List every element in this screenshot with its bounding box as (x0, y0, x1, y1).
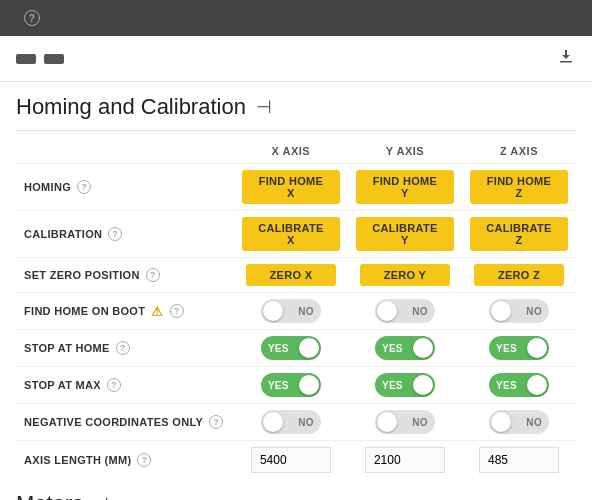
section-title-homing-calibration: Homing and Calibration ⊣ (16, 82, 576, 131)
help-icon[interactable]: ? (146, 268, 160, 282)
toggle-stop-at-home-y-axis[interactable]: YES (375, 336, 435, 360)
toggle-negative-coordinates-only-z-axis[interactable]: NO (489, 410, 549, 434)
section-label: Motors (16, 491, 83, 500)
table-row: FIND HOME ON BOOT⚠?NONONO (16, 293, 576, 330)
section-table-homing-calibration: X AXISY AXISZ AXISHOMING?FIND HOME XFIND… (16, 135, 576, 479)
toolbar (0, 36, 592, 82)
header: ? (0, 0, 592, 36)
input-axis-length-(mm)-z-axis[interactable] (479, 447, 559, 473)
table-row: CALIBRATION?CALIBRATE XCALIBRATE YCALIBR… (16, 211, 576, 258)
action-button-set-zero-position-x-axis[interactable]: ZERO X (246, 264, 336, 286)
header-help-icon[interactable]: ? (24, 10, 40, 26)
row-label-text: CALIBRATION (24, 228, 102, 240)
download-icon[interactable] (556, 46, 576, 71)
collapse-all-button[interactable] (44, 54, 64, 64)
toggle-find-home-on-boot-x-axis[interactable]: NO (261, 299, 321, 323)
section-collapse-icon[interactable]: ⊣ (93, 493, 109, 500)
toggle-stop-at-max-x-axis[interactable]: YES (261, 373, 321, 397)
help-icon[interactable]: ? (107, 378, 121, 392)
help-icon[interactable]: ? (108, 227, 122, 241)
section-label: Homing and Calibration (16, 94, 246, 120)
help-icon[interactable]: ? (137, 453, 151, 467)
row-label-text: FIND HOME ON BOOT (24, 305, 145, 317)
toggle-stop-at-home-z-axis[interactable]: YES (489, 336, 549, 360)
col-header-y-axis: Y AXIS (348, 135, 462, 164)
toggle-find-home-on-boot-y-axis[interactable]: NO (375, 299, 435, 323)
expand-all-button[interactable] (16, 54, 36, 64)
row-label-text: STOP AT HOME (24, 342, 110, 354)
action-button-calibration-z-axis[interactable]: CALIBRATE Z (470, 217, 568, 251)
col-header-z-axis: Z AXIS (462, 135, 576, 164)
action-button-calibration-x-axis[interactable]: CALIBRATE X (242, 217, 340, 251)
row-label-text: HOMING (24, 181, 71, 193)
input-axis-length-(mm)-x-axis[interactable] (251, 447, 331, 473)
action-button-homing-z-axis[interactable]: FIND HOME Z (470, 170, 568, 204)
section-collapse-icon[interactable]: ⊣ (256, 96, 272, 118)
content: Homing and Calibration ⊣ X AXISY AXISZ A… (0, 82, 592, 500)
help-icon[interactable]: ? (170, 304, 184, 318)
section-title-motors: Motors ⊣ (16, 479, 576, 500)
toggle-stop-at-home-x-axis[interactable]: YES (261, 336, 321, 360)
help-icon[interactable]: ? (116, 341, 130, 355)
action-button-set-zero-position-y-axis[interactable]: ZERO Y (360, 264, 450, 286)
toggle-stop-at-max-y-axis[interactable]: YES (375, 373, 435, 397)
toggle-negative-coordinates-only-y-axis[interactable]: NO (375, 410, 435, 434)
row-label-text: AXIS LENGTH (MM) (24, 454, 131, 466)
row-label-text: SET ZERO POSITION (24, 269, 140, 281)
row-label-text: STOP AT MAX (24, 379, 101, 391)
row-label-text: NEGATIVE COORDINATES ONLY (24, 416, 203, 428)
warning-icon: ⚠ (151, 304, 163, 319)
action-button-calibration-y-axis[interactable]: CALIBRATE Y (356, 217, 454, 251)
table-row: SET ZERO POSITION?ZERO XZERO YZERO Z (16, 258, 576, 293)
col-header-x-axis: X AXIS (234, 135, 348, 164)
help-icon[interactable]: ? (209, 415, 223, 429)
table-row: AXIS LENGTH (MM)? (16, 441, 576, 480)
table-row: NEGATIVE COORDINATES ONLY?NONONO (16, 404, 576, 441)
input-axis-length-(mm)-y-axis[interactable] (365, 447, 445, 473)
help-icon[interactable]: ? (77, 180, 91, 194)
toggle-negative-coordinates-only-x-axis[interactable]: NO (261, 410, 321, 434)
toggle-stop-at-max-z-axis[interactable]: YES (489, 373, 549, 397)
table-row: STOP AT HOME?YESYESYES (16, 330, 576, 367)
action-button-homing-x-axis[interactable]: FIND HOME X (242, 170, 340, 204)
action-button-homing-y-axis[interactable]: FIND HOME Y (356, 170, 454, 204)
table-row: HOMING?FIND HOME XFIND HOME YFIND HOME Z (16, 164, 576, 211)
toggle-find-home-on-boot-z-axis[interactable]: NO (489, 299, 549, 323)
table-row: STOP AT MAX?YESYESYES (16, 367, 576, 404)
action-button-set-zero-position-z-axis[interactable]: ZERO Z (474, 264, 564, 286)
